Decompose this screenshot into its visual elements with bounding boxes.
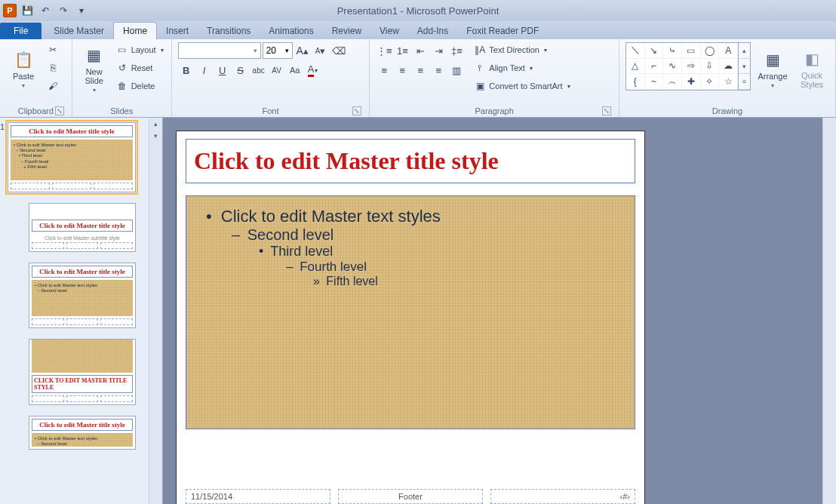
- shape-star2-icon: ☆: [719, 74, 738, 90]
- master-thumbnail-1[interactable]: 1 Click to edit Master title style • Cli…: [8, 122, 146, 192]
- paste-button[interactable]: 📋 Paste ▾: [6, 42, 41, 95]
- qat-save-button[interactable]: 💾: [20, 3, 35, 18]
- arrange-icon: ▦: [762, 49, 783, 70]
- shape-elbow-icon: ⌐: [645, 59, 664, 75]
- align-center-button[interactable]: ≡: [394, 62, 410, 78]
- clear-format-button[interactable]: ⌫: [330, 42, 347, 59]
- scroll-up-icon[interactable]: ▴: [739, 43, 750, 59]
- footer-placeholder[interactable]: Footer: [338, 489, 483, 504]
- align-text-icon: ⫯: [474, 62, 486, 74]
- tab-animations[interactable]: Animations: [260, 23, 322, 39]
- slide-thumbnails-pane: 1 Click to edit Master title style • Cli…: [0, 118, 163, 504]
- qat-undo-button[interactable]: ↶: [38, 3, 53, 18]
- justify-button[interactable]: ≡: [430, 62, 447, 78]
- tab-home[interactable]: Home: [113, 22, 157, 39]
- bullets-button[interactable]: ⋮≡: [376, 42, 392, 59]
- tab-insert[interactable]: Insert: [157, 23, 198, 39]
- font-name-combo[interactable]: ▾: [178, 42, 261, 59]
- columns-button[interactable]: ▥: [448, 62, 465, 78]
- shadow-button[interactable]: abc: [250, 62, 267, 78]
- tab-file[interactable]: File: [0, 23, 41, 39]
- window-title: Presentation1 - Microsoft PowerPoint: [0, 5, 836, 17]
- tab-view[interactable]: View: [370, 23, 408, 39]
- body-placeholder[interactable]: Click to edit Master text styles Second …: [186, 195, 635, 429]
- reset-button[interactable]: ↺Reset: [115, 60, 165, 75]
- slide-number-placeholder[interactable]: ‹#›: [490, 489, 635, 504]
- text-direction-button[interactable]: ‖AText Direction▾: [472, 42, 571, 57]
- convert-smartart-button[interactable]: ▣Convert to SmartArt▾: [472, 78, 571, 94]
- group-paragraph-label: Paragraph: [475, 106, 513, 115]
- new-slide-icon: ▦: [84, 45, 105, 66]
- tab-transitions[interactable]: Transitions: [198, 23, 260, 39]
- reset-icon: ↺: [116, 62, 128, 74]
- shape-darrow-icon: ⇩: [701, 59, 720, 75]
- layout-thumbnail-4[interactable]: Click to edit Master title style • Click…: [29, 416, 146, 450]
- delete-button[interactable]: 🗑Delete: [115, 78, 165, 94]
- shape-line-icon: ＼: [626, 43, 645, 59]
- clipboard-launcher[interactable]: ⤡: [55, 106, 64, 115]
- shape-connector-icon: ⤷: [663, 43, 682, 59]
- layout-thumbnail-3[interactable]: CLICK TO EDIT MASTER TITLE STYLE: [29, 339, 146, 405]
- font-launcher[interactable]: ⤡: [352, 106, 361, 115]
- group-font: ▾ 20▾ A▴ A▾ ⌫ B I U S abc AV Aa A▾ Fo: [172, 39, 370, 117]
- copy-icon: ⎘: [47, 62, 59, 74]
- new-slide-button[interactable]: ▦ New Slide ▾: [78, 42, 110, 95]
- decrease-indent-button[interactable]: ⇤: [412, 42, 429, 59]
- tab-foxit[interactable]: Foxit Reader PDF: [457, 23, 548, 39]
- body-level-4: Fourth level: [200, 260, 621, 275]
- strike-button[interactable]: S: [232, 62, 249, 78]
- scroll-up-icon[interactable]: ▴: [149, 118, 162, 130]
- paragraph-launcher[interactable]: ⤡: [602, 106, 611, 115]
- change-case-button[interactable]: Aa: [287, 62, 303, 78]
- group-slides-label: Slides: [110, 106, 133, 115]
- editor-scrollbar[interactable]: [822, 118, 836, 504]
- group-clipboard: 📋 Paste ▾ ✂ ⎘ 🖌 Clipboard⤡: [0, 39, 72, 117]
- char-spacing-button[interactable]: AV: [269, 62, 285, 78]
- qat-customize-button[interactable]: ▾: [74, 3, 89, 18]
- scroll-down-icon[interactable]: ▾: [149, 130, 162, 142]
- tab-slide-master[interactable]: Slide Master: [45, 23, 113, 39]
- shapes-gallery[interactable]: ＼↘⤷▭◯A △⌐∿⇨⇩☁ {~︵✚✧☆: [625, 42, 739, 91]
- date-placeholder[interactable]: 11/15/2014: [186, 489, 330, 504]
- arrange-button[interactable]: ▦ Arrange ▾: [755, 42, 790, 95]
- paste-icon: 📋: [13, 49, 34, 70]
- underline-button[interactable]: U: [214, 62, 231, 78]
- shapes-scroll[interactable]: ▴▾≡: [739, 42, 751, 91]
- align-left-button[interactable]: ≡: [376, 62, 392, 78]
- layout-thumbnail-2[interactable]: Click to edit Master title style • Click…: [29, 263, 146, 328]
- line-spacing-button[interactable]: ‡≡: [448, 42, 465, 59]
- thumbs-scrollbar[interactable]: ▴ ▾: [149, 118, 162, 504]
- slide-canvas[interactable]: Click to edit Master title style Click t…: [177, 131, 644, 504]
- shape-arc-icon: ︵: [663, 74, 682, 90]
- cut-button[interactable]: ✂: [45, 42, 60, 57]
- shape-rarrow-icon: ⇨: [682, 59, 701, 75]
- body-level-1: Click to edit Master text styles: [200, 207, 621, 226]
- bold-button[interactable]: B: [178, 62, 195, 78]
- format-painter-button[interactable]: 🖌: [45, 78, 60, 94]
- numbering-button[interactable]: 1≡: [394, 42, 410, 59]
- scroll-down-icon[interactable]: ▾: [739, 59, 750, 75]
- font-color-button[interactable]: A▾: [305, 62, 321, 78]
- shrink-font-button[interactable]: A▾: [312, 42, 329, 59]
- app-icon[interactable]: P: [3, 4, 17, 17]
- chevron-down-icon: ▾: [22, 82, 25, 89]
- scroll-more-icon[interactable]: ≡: [739, 74, 750, 90]
- layout-button[interactable]: ▭Layout▾: [115, 42, 165, 57]
- group-slides: ▦ New Slide ▾ ▭Layout▾ ↺Reset 🗑Delete Sl…: [72, 39, 172, 117]
- thumb-number: 1: [0, 122, 5, 131]
- tab-addins[interactable]: Add-Ins: [408, 23, 457, 39]
- font-size-combo[interactable]: 20▾: [263, 42, 293, 59]
- layout-thumbnail-1[interactable]: Click to edit Master title style Click t…: [29, 203, 146, 252]
- increase-indent-button[interactable]: ⇥: [430, 42, 447, 59]
- title-text: Click to edit Master title style: [194, 147, 499, 174]
- grow-font-button[interactable]: A▴: [294, 42, 311, 59]
- chevron-down-icon: ▾: [254, 47, 257, 54]
- tab-review[interactable]: Review: [323, 23, 370, 39]
- align-right-button[interactable]: ≡: [412, 62, 429, 78]
- copy-button[interactable]: ⎘: [45, 60, 60, 75]
- quick-styles-button[interactable]: ◧ Quick Styles: [795, 42, 829, 95]
- italic-button[interactable]: I: [196, 62, 213, 78]
- qat-redo-button[interactable]: ↷: [56, 3, 71, 18]
- align-text-button[interactable]: ⫯Align Text▾: [472, 60, 571, 75]
- title-placeholder[interactable]: Click to edit Master title style: [186, 139, 635, 183]
